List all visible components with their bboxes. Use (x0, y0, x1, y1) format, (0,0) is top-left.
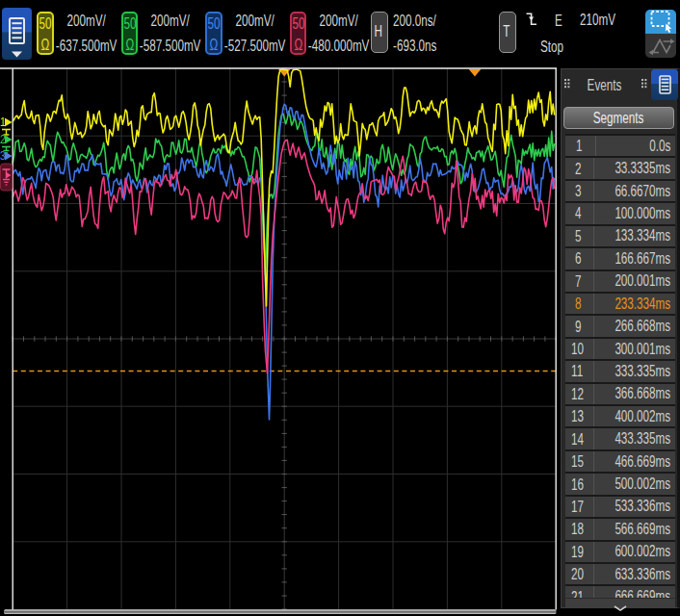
svg-text:2: 2 (0, 132, 6, 145)
svg-text:1: 1 (0, 115, 6, 128)
